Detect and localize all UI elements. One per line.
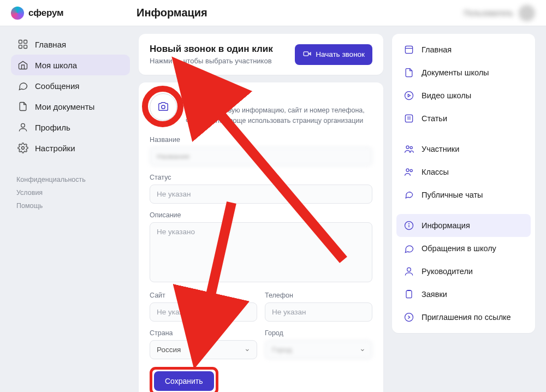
file-icon (403, 67, 415, 79)
rnav-label: Заявки (422, 290, 447, 299)
app-name: сферум (28, 8, 63, 19)
rnav-leaders[interactable]: Руководители (396, 260, 531, 283)
svg-point-22 (409, 223, 410, 224)
rnav-invites[interactable]: Приглашения по ссылке (396, 306, 531, 329)
sidebar-item-documents[interactable]: Мои документы (11, 96, 130, 117)
annotation-save-highlight: Сохранить (150, 367, 218, 393)
svg-rect-0 (19, 40, 22, 44)
topbar-user[interactable]: Пользователь (464, 5, 535, 21)
svg-point-19 (410, 169, 412, 171)
topbar: сферум Информация Пользователь (0, 0, 546, 26)
city-select[interactable]: Город (265, 340, 372, 359)
footer-links: Конфиденциальность Условия Помощь (11, 174, 130, 212)
chat-icon (17, 80, 28, 91)
description-textarea[interactable] (150, 222, 372, 282)
rnav-articles[interactable]: Статьи (396, 107, 531, 130)
gear-icon (17, 142, 28, 153)
svg-point-7 (162, 105, 165, 108)
svg-point-18 (406, 169, 409, 171)
svg-rect-13 (405, 115, 412, 122)
rnav-home[interactable]: Главная (396, 38, 531, 61)
rnav-label: Публичные чаты (422, 191, 483, 199)
footer-privacy[interactable]: Конфиденциальность (16, 176, 86, 183)
user-icon (403, 265, 415, 277)
sidebar-item-messages[interactable]: Сообщения (11, 75, 130, 96)
users-icon (403, 143, 415, 155)
svg-point-12 (405, 92, 413, 100)
svg-point-4 (21, 123, 25, 127)
info-icon (403, 219, 415, 231)
annotation-arrow-1 (196, 91, 403, 325)
call-title: Новый звонок в один клик (150, 44, 273, 55)
rnav-video[interactable]: Видео школы (396, 84, 531, 107)
rnav-label: Обращения в школу (422, 244, 496, 253)
svg-point-23 (407, 268, 411, 271)
sidebar-item-label: Сообщения (35, 81, 79, 91)
svg-point-25 (405, 313, 413, 322)
city-label: Город (265, 329, 372, 337)
start-call-button[interactable]: Начать звонок (295, 44, 372, 65)
sidebar-item-label: Мои документы (35, 102, 94, 111)
svg-rect-3 (24, 45, 27, 49)
name-label: Название (150, 136, 372, 144)
org-name-heading: Название (186, 94, 372, 103)
rnav-label: Видео школы (422, 91, 471, 100)
site-label: Сайт (150, 292, 257, 299)
logo[interactable]: сферум (11, 7, 136, 20)
rnav-appeals[interactable]: Обращения в школу (396, 237, 531, 260)
upload-photo-button[interactable] (150, 93, 177, 121)
clipboard-icon (403, 288, 415, 300)
description-label: Описание (150, 211, 372, 219)
right-sidebar: Главная Документы школы Видео школы Стат… (392, 34, 535, 333)
rnav-classes[interactable]: Классы (396, 161, 531, 183)
svg-point-5 (22, 147, 25, 150)
chat-icon (403, 242, 415, 254)
country-select[interactable]: Россия (150, 340, 257, 359)
rnav-label: Главная (422, 45, 452, 54)
rnav-label: Классы (422, 168, 449, 176)
left-sidebar: Главная Моя школа Сообщения Мои документ… (11, 34, 130, 212)
sidebar-item-home[interactable]: Главная (11, 34, 130, 55)
footer-terms[interactable]: Условия (16, 189, 43, 197)
rnav-label: Документы школы (422, 68, 489, 77)
chats-icon (403, 189, 415, 201)
site-input[interactable] (150, 302, 257, 322)
svg-rect-24 (406, 290, 412, 298)
name-input[interactable] (150, 147, 372, 166)
sidebar-item-school[interactable]: Моя школа (11, 55, 130, 75)
rnav-label: Статьи (422, 114, 447, 123)
file-icon (17, 101, 28, 112)
phone-input[interactable] (265, 302, 372, 322)
users-icon (403, 166, 415, 178)
rnav-info[interactable]: Информация (396, 214, 531, 237)
country-label: Страна (150, 329, 257, 337)
org-desc-text: Укажите базовую информацию, сайт и номер… (186, 105, 372, 126)
article-icon (403, 112, 415, 124)
start-call-label: Начать звонок (316, 50, 365, 58)
sidebar-item-label: Настройки (35, 144, 75, 153)
rnav-requests[interactable]: Заявки (396, 283, 531, 306)
rnav-label: Приглашения по ссылке (422, 313, 511, 322)
status-input[interactable] (150, 185, 372, 204)
sidebar-item-settings[interactable]: Настройки (11, 138, 130, 158)
footer-help[interactable]: Помощь (16, 202, 43, 210)
sidebar-item-profile[interactable]: Профиль (11, 117, 130, 138)
new-call-card: Новый звонок в один клик Нажмите, чтобы … (139, 34, 383, 75)
svg-rect-2 (19, 45, 22, 49)
rnav-members[interactable]: Участники (396, 138, 531, 161)
sidebar-item-label: Главная (35, 40, 66, 49)
save-button[interactable]: Сохранить (154, 371, 214, 391)
rnav-public-chats[interactable]: Публичные чаты (396, 183, 531, 206)
phone-label: Телефон (265, 292, 372, 299)
rnav-label: Участники (422, 145, 459, 153)
status-label: Статус (150, 174, 372, 181)
avatar (519, 5, 535, 21)
svg-rect-6 (304, 51, 308, 55)
rnav-docs[interactable]: Документы школы (396, 61, 531, 84)
camera-icon (157, 100, 169, 114)
sidebar-item-label: Моя школа (35, 61, 77, 70)
user-icon (17, 122, 28, 133)
link-arrow-icon (403, 311, 415, 323)
play-icon (403, 90, 415, 102)
user-name: Пользователь (464, 9, 513, 17)
